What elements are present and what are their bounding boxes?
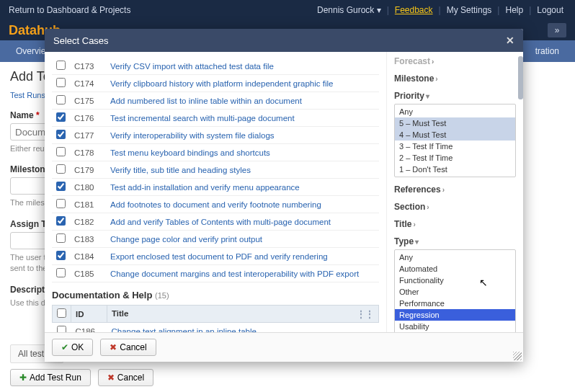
x-icon: ✖ bbox=[110, 342, 117, 352]
case-id: C173 bbox=[70, 58, 106, 75]
dialog-titlebar[interactable]: Select Cases ✕ bbox=[45, 29, 523, 52]
filter-title[interactable]: Title› bbox=[394, 219, 516, 229]
cases-table-1: C173Verify CSV import with attached test… bbox=[52, 58, 379, 282]
filter-type[interactable]: Type▾ bbox=[394, 236, 516, 246]
table-row: C185Change document margins and test int… bbox=[52, 265, 379, 282]
dialog-title-text: Select Cases bbox=[53, 35, 109, 46]
priority-option[interactable]: 5 – Must Test bbox=[395, 117, 515, 129]
type-option[interactable]: Performance bbox=[395, 298, 515, 309]
case-title-link[interactable]: Verify CSV import with attached test dat… bbox=[110, 62, 274, 71]
priority-option[interactable]: 2 – Test If Time bbox=[395, 152, 515, 164]
table-row: C179Verify title, sub title and heading … bbox=[52, 161, 379, 179]
col-title[interactable]: Title⋮⋮ bbox=[107, 306, 379, 323]
case-title-link[interactable]: Add numbered list to inline table within… bbox=[110, 97, 302, 105]
priority-option[interactable]: 1 – Don't Test bbox=[395, 164, 515, 175]
filter-section[interactable]: Section› bbox=[394, 202, 516, 212]
priority-option[interactable]: 4 – Must Test bbox=[395, 129, 515, 141]
case-checkbox[interactable] bbox=[56, 164, 66, 174]
case-title-link[interactable]: Verify interoperability with system file… bbox=[110, 131, 275, 140]
column-grip-icon[interactable]: ⋮⋮ bbox=[357, 309, 374, 319]
type-option[interactable]: Usability bbox=[395, 321, 515, 332]
select-all-checkbox[interactable] bbox=[57, 308, 66, 318]
section-header: Documentation & Help (15) bbox=[52, 290, 379, 300]
case-title-link[interactable]: Add and verify Tables of Contents with m… bbox=[110, 218, 331, 226]
case-checkbox[interactable] bbox=[56, 251, 66, 260]
case-id: C174 bbox=[70, 75, 106, 92]
case-id: C180 bbox=[70, 179, 106, 196]
type-option[interactable]: Regression bbox=[395, 309, 515, 321]
filters-panel: Forecast› Milestone› Priority▾ Any5 – Mu… bbox=[386, 52, 523, 332]
type-option[interactable]: Automated bbox=[395, 263, 515, 275]
table-row: C174Verify clipboard history with platfo… bbox=[52, 75, 379, 92]
priority-option[interactable]: 3 – Test If Time bbox=[395, 141, 515, 152]
case-checkbox[interactable] bbox=[56, 112, 66, 122]
case-checkbox[interactable] bbox=[56, 233, 66, 243]
table-row: C182Add and verify Tables of Contents wi… bbox=[52, 213, 379, 231]
case-checkbox[interactable] bbox=[56, 199, 66, 208]
case-checkbox[interactable] bbox=[56, 78, 66, 87]
table-row: C177Verify interoperability with system … bbox=[52, 127, 379, 144]
case-checkbox[interactable] bbox=[56, 182, 66, 191]
table-row: C183Change page color and verify print o… bbox=[52, 231, 379, 248]
case-title-link[interactable]: Change text alignment in an inline table bbox=[112, 327, 257, 333]
case-id: C186 bbox=[71, 323, 107, 333]
case-id: C184 bbox=[70, 248, 106, 265]
case-title-link[interactable]: Test add-in installation and verify menu… bbox=[110, 183, 300, 192]
case-checkbox[interactable] bbox=[56, 95, 66, 104]
case-title-link[interactable]: Verify title, sub title and heading styl… bbox=[110, 166, 251, 174]
table-row: C175Add numbered list to inline table wi… bbox=[52, 92, 379, 110]
case-checkbox[interactable] bbox=[56, 130, 66, 139]
type-option[interactable]: Any bbox=[395, 251, 515, 263]
table-row: C181Add footnotes to document and verify… bbox=[52, 196, 379, 213]
priority-list[interactable]: Any5 – Must Test4 – Must Test3 – Test If… bbox=[394, 104, 516, 177]
table-row: C184Export enclosed test document to PDF… bbox=[52, 248, 379, 265]
ok-button[interactable]: ✔OK bbox=[52, 339, 93, 356]
case-checkbox[interactable] bbox=[56, 147, 66, 156]
table-row: C186Change text alignment in an inline t… bbox=[53, 323, 379, 333]
case-title-link[interactable]: Verify clipboard history with platform i… bbox=[110, 79, 333, 88]
type-option[interactable]: Functionality bbox=[395, 275, 515, 286]
table-row: C180Test add-in installation and verify … bbox=[52, 179, 379, 196]
cancel-button[interactable]: ✖Cancel bbox=[100, 339, 156, 356]
case-id: C175 bbox=[70, 92, 106, 110]
table-row: C176Test incremental search with multi-p… bbox=[52, 110, 379, 127]
case-checkbox[interactable] bbox=[56, 216, 66, 226]
table-row: C178Test menu keyboard bindings and shor… bbox=[52, 144, 379, 161]
select-cases-dialog: Select Cases ✕ C173Verify CSV import wit… bbox=[45, 29, 523, 362]
case-id: C182 bbox=[70, 213, 106, 231]
col-id[interactable]: ID bbox=[71, 306, 107, 323]
case-checkbox[interactable] bbox=[56, 268, 66, 277]
case-id: C183 bbox=[70, 231, 106, 248]
filter-priority[interactable]: Priority▾ bbox=[394, 91, 516, 101]
case-id: C176 bbox=[70, 110, 106, 127]
resize-grip[interactable] bbox=[513, 352, 522, 360]
case-title-link[interactable]: Change document margins and test interop… bbox=[110, 270, 359, 278]
type-option[interactable]: Other bbox=[395, 286, 515, 298]
table-row: C173Verify CSV import with attached test… bbox=[52, 58, 379, 75]
cases-panel: C173Verify CSV import with attached test… bbox=[45, 52, 386, 332]
check-icon: ✔ bbox=[61, 342, 68, 352]
case-id: C181 bbox=[70, 196, 106, 213]
filter-references[interactable]: References› bbox=[394, 184, 516, 195]
case-id: C177 bbox=[70, 127, 106, 144]
type-list[interactable]: AnyAutomatedFunctionalityOtherPerformanc… bbox=[394, 249, 516, 332]
case-title-link[interactable]: Change page color and verify print outpu… bbox=[110, 235, 262, 244]
cases-table-2: ID Title⋮⋮ C186Change text alignment in … bbox=[52, 305, 379, 332]
case-checkbox[interactable] bbox=[56, 61, 66, 70]
dialog-footer: ✔OK ✖Cancel bbox=[45, 332, 523, 362]
priority-option[interactable]: Any bbox=[395, 106, 515, 117]
filters-scrollbar[interactable] bbox=[517, 52, 523, 332]
case-title-link[interactable]: Export enclosed test document to PDF and… bbox=[110, 252, 328, 261]
close-icon[interactable]: ✕ bbox=[506, 35, 514, 46]
case-id: C179 bbox=[70, 161, 106, 179]
case-id: C185 bbox=[70, 265, 106, 282]
case-checkbox[interactable] bbox=[57, 326, 66, 332]
case-title-link[interactable]: Add footnotes to document and verify foo… bbox=[110, 200, 321, 209]
case-id: C178 bbox=[70, 144, 106, 161]
filter-milestone[interactable]: Milestone› bbox=[394, 74, 516, 84]
case-title-link[interactable]: Test menu keyboard bindings and shortcut… bbox=[110, 148, 270, 157]
case-title-link[interactable]: Test incremental search with multi-page … bbox=[110, 114, 295, 122]
filter-forecast[interactable]: Forecast› bbox=[394, 56, 516, 66]
